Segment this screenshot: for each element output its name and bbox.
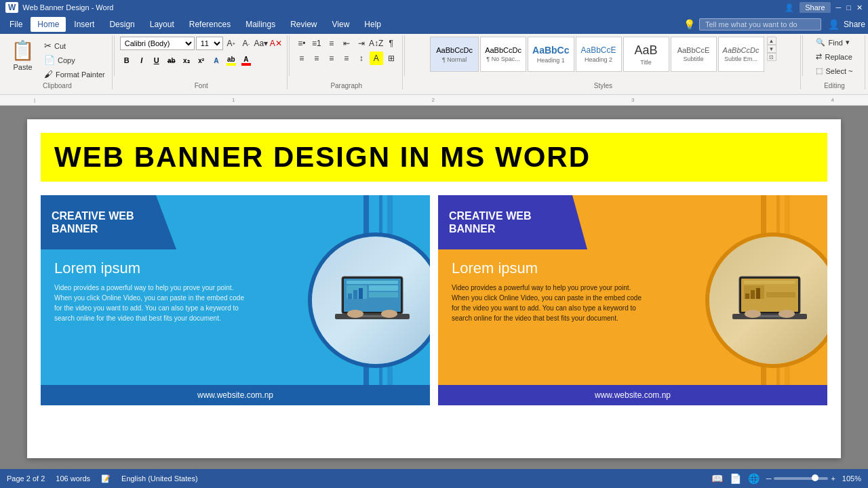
menu-design[interactable]: Design bbox=[102, 17, 141, 32]
style-title[interactable]: AaB Title bbox=[623, 37, 669, 72]
select-button[interactable]: ⬚ Select ~ bbox=[813, 65, 855, 77]
style-subtle-em[interactable]: AaBbCcDc Subtle Em... bbox=[718, 37, 764, 72]
ruler: |1234 bbox=[0, 95, 868, 106]
web-layout-icon[interactable]: 🌐 bbox=[748, 473, 760, 484]
underline-button[interactable]: U bbox=[150, 54, 163, 67]
editing-content: 🔍 Find ▾ ⇄ Replace ⬚ Select ~ bbox=[813, 37, 855, 88]
editing-group-label: Editing bbox=[804, 82, 865, 89]
align-right-button[interactable]: ≡ bbox=[325, 52, 338, 65]
proofing-icon[interactable]: 📝 bbox=[101, 474, 111, 483]
banner-heading: WEB BANNER DESIGN IN MS WORD bbox=[41, 133, 827, 182]
change-case-button[interactable]: Aa▾ bbox=[254, 37, 268, 50]
style-heading1[interactable]: AaBbCc Heading 1 bbox=[528, 37, 574, 72]
menu-help[interactable]: Help bbox=[357, 17, 388, 32]
minimize-button[interactable]: ─ bbox=[836, 3, 842, 12]
copy-button[interactable]: 📄 Copy bbox=[41, 54, 108, 66]
svg-rect-19 bbox=[745, 293, 749, 299]
search-input[interactable] bbox=[699, 18, 821, 30]
menu-file[interactable]: File bbox=[3, 17, 29, 32]
paste-button[interactable]: 📋 Paste bbox=[7, 37, 39, 74]
align-left-button[interactable]: ≡ bbox=[295, 52, 309, 65]
status-right: 📖 📄 🌐 ─ + 105% bbox=[711, 473, 861, 484]
format-painter-button[interactable]: 🖌 Format Painter bbox=[41, 68, 108, 81]
menu-view[interactable]: View bbox=[326, 17, 357, 32]
styles-group-label: Styles bbox=[406, 82, 800, 89]
zoom-out-icon[interactable]: ─ bbox=[766, 474, 772, 483]
styles-expand[interactable]: ⊡ bbox=[767, 53, 776, 61]
menu-review[interactable]: Review bbox=[283, 17, 323, 32]
clear-format-button[interactable]: A✕ bbox=[269, 37, 283, 50]
font-row2: B I U ab x₂ x² A ab A bbox=[120, 54, 253, 67]
style-h1-label: Heading 1 bbox=[537, 57, 565, 64]
read-mode-icon[interactable]: 📖 bbox=[711, 473, 723, 484]
bold-button[interactable]: B bbox=[120, 54, 134, 67]
find-button[interactable]: 🔍 Find ▾ bbox=[813, 37, 852, 48]
banner-orange-lorem-body: Video provides a powerful way to help yo… bbox=[452, 283, 642, 323]
word-count: 106 words bbox=[56, 474, 90, 483]
show-formatting-button[interactable]: ¶ bbox=[384, 37, 398, 50]
borders-button[interactable]: ⊞ bbox=[384, 52, 398, 65]
svg-point-12 bbox=[381, 310, 397, 318]
strikethrough-button[interactable]: ab bbox=[165, 54, 178, 67]
share-button[interactable]: Share bbox=[800, 2, 830, 13]
justify-button[interactable]: ≡ bbox=[340, 52, 353, 65]
menu-layout[interactable]: Layout bbox=[143, 17, 181, 32]
menu-insert[interactable]: Insert bbox=[67, 17, 101, 32]
close-button[interactable]: ✕ bbox=[856, 3, 863, 12]
decrease-indent-button[interactable]: ⇤ bbox=[340, 37, 353, 50]
font-content: Calibri (Body) 11 A+ A- Aa▾ A✕ B I U ab … bbox=[120, 37, 283, 88]
select-label: Select ~ bbox=[825, 67, 852, 75]
bullets-button[interactable]: ≡• bbox=[295, 37, 309, 50]
zoom-in-icon[interactable]: + bbox=[831, 474, 835, 483]
word-logo: W bbox=[5, 2, 18, 13]
font-grow-button[interactable]: A+ bbox=[224, 37, 238, 50]
banner-blue-lorem-body: Video provides a powerful way to help yo… bbox=[54, 283, 244, 323]
font-row1: Calibri (Body) 11 A+ A- Aa▾ A✕ bbox=[120, 37, 283, 50]
clipboard-group-label: Clipboard bbox=[3, 82, 112, 89]
copy-group: ✂ Cut 📄 Copy 🖌 Format Painter bbox=[41, 37, 108, 81]
share-menu-label[interactable]: Share bbox=[844, 20, 865, 29]
svg-rect-6 bbox=[348, 293, 352, 299]
replace-button[interactable]: ⇄ Replace bbox=[813, 51, 854, 62]
menu-references[interactable]: References bbox=[182, 17, 237, 32]
styles-scroll-down[interactable]: ▼ bbox=[767, 45, 776, 53]
multilevel-button[interactable]: ≡ bbox=[325, 37, 338, 50]
style-subtitle[interactable]: AaBbCcE Subtitle bbox=[671, 37, 717, 72]
font-name-select[interactable]: Calibri (Body) bbox=[120, 37, 195, 50]
clipboard-content: 📋 Paste ✂ Cut 📄 Copy 🖌 Format Painter bbox=[7, 37, 108, 88]
ribbon: 📋 Paste ✂ Cut 📄 Copy 🖌 Format Painter Cl… bbox=[0, 34, 868, 95]
cut-icon: ✂ bbox=[44, 41, 52, 51]
svg-rect-5 bbox=[369, 292, 398, 298]
align-center-button[interactable]: ≡ bbox=[310, 52, 323, 65]
menu-home[interactable]: Home bbox=[31, 17, 66, 32]
shading-button[interactable]: A bbox=[370, 52, 383, 65]
select-icon: ⬚ bbox=[816, 66, 823, 75]
styles-scroll-up[interactable]: ▲ bbox=[767, 37, 776, 45]
cut-button[interactable]: ✂ Cut bbox=[41, 39, 108, 52]
numbering-button[interactable]: ≡1 bbox=[310, 37, 323, 50]
maximize-button[interactable]: □ bbox=[846, 3, 851, 12]
superscript-button[interactable]: x² bbox=[195, 54, 208, 67]
status-bar: Page 2 of 2 106 words 📝 English (United … bbox=[0, 469, 868, 488]
text-effect-button[interactable]: A bbox=[210, 54, 223, 67]
zoom-slider[interactable]: ─ + bbox=[766, 474, 835, 483]
increase-indent-button[interactable]: ⇥ bbox=[355, 37, 368, 50]
style-heading2[interactable]: AaBbCcE Heading 2 bbox=[576, 37, 622, 72]
font-shrink-button[interactable]: A- bbox=[239, 37, 253, 50]
font-group: Calibri (Body) 11 A+ A- Aa▾ A✕ B I U ab … bbox=[116, 35, 288, 89]
line-spacing-button[interactable]: ↕ bbox=[355, 52, 368, 65]
font-size-select[interactable]: 11 bbox=[196, 37, 223, 50]
menu-mailings[interactable]: Mailings bbox=[239, 17, 282, 32]
sort-button[interactable]: A↕Z bbox=[370, 37, 383, 50]
banner-orange-website: www.website.com.np bbox=[595, 390, 671, 400]
style-normal[interactable]: AaBbCcDc ¶ Normal bbox=[430, 37, 479, 72]
font-color-button[interactable]: A bbox=[239, 54, 253, 67]
banners-row: CREATIVE WEB BANNER bbox=[41, 195, 827, 405]
italic-button[interactable]: I bbox=[135, 54, 149, 67]
banner-circle-inner bbox=[312, 237, 430, 364]
style-no-space[interactable]: AaBbCcDc ¶ No Spac... bbox=[480, 37, 526, 72]
share-icon: 👤 bbox=[828, 19, 840, 30]
subscript-button[interactable]: x₂ bbox=[180, 54, 193, 67]
highlight-button[interactable]: ab bbox=[224, 54, 238, 67]
print-layout-icon[interactable]: 📄 bbox=[730, 473, 741, 484]
